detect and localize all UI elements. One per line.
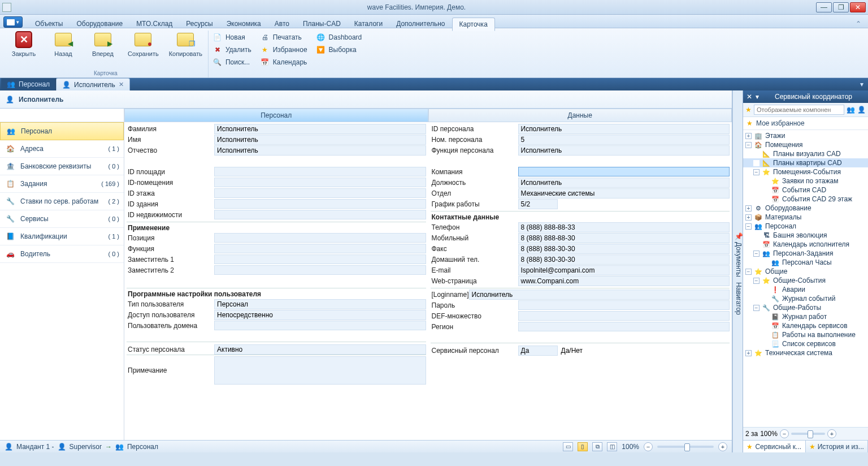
tree-node-2[interactable]: 📐Планы визуализ CAD xyxy=(743,149,868,158)
def-set-field[interactable] xyxy=(518,311,730,321)
menu-tab-6[interactable]: Планы-CAD xyxy=(296,18,348,30)
tree-node-0[interactable]: +🏢Этажи xyxy=(743,131,868,140)
zoom-slider[interactable] xyxy=(657,446,714,448)
zoom-out-button[interactable]: − xyxy=(644,442,653,451)
window-close-button[interactable]: ✕ xyxy=(850,2,866,12)
imya-field[interactable]: Исполнитель xyxy=(214,135,426,145)
nav-item-3[interactable]: 📋Задания( 169 ) xyxy=(0,175,124,193)
doc-tab-executor[interactable]: 👤Исполнитель✕ xyxy=(56,78,130,90)
user-type-field[interactable]: Персонал xyxy=(214,299,426,309)
tree-node-17[interactable]: ❗Аварии xyxy=(743,285,868,294)
personal-number-field[interactable]: 5 xyxy=(518,135,730,145)
tree-node-7[interactable]: 📅События CAD 29 этаж xyxy=(743,195,868,204)
minimize-button[interactable]: — xyxy=(816,2,832,12)
close-tab-icon[interactable]: ✕ xyxy=(119,81,124,88)
web-field[interactable]: www.Compani.com xyxy=(518,276,730,286)
favorite-button[interactable]: ★Избранное xyxy=(261,44,307,55)
password-field[interactable] xyxy=(518,300,730,310)
tree-node-15[interactable]: −⭐Общие xyxy=(743,267,868,276)
selection-button[interactable]: 🔽Выборка xyxy=(316,44,362,55)
right-strip[interactable]: 📌 Документы Навигатор xyxy=(732,90,743,452)
view-mode-1-button[interactable]: ▭ xyxy=(563,442,573,451)
tree-node-13[interactable]: −👥Персонал-Задания xyxy=(743,249,868,258)
save-button[interactable]: Сохранить xyxy=(128,31,159,57)
tree-node-21[interactable]: 📅Календарь сервисов xyxy=(743,321,868,330)
menu-tab-2[interactable]: МТО.Склад xyxy=(129,18,179,30)
pin-icon[interactable]: 📌 xyxy=(735,232,743,240)
nav-item-7[interactable]: 🚗Водитель( 0 ) xyxy=(0,245,124,263)
panel-tab-history[interactable]: ★История и из... xyxy=(806,441,869,452)
tree-node-12[interactable]: 📅Календарь исполнителя xyxy=(743,240,868,249)
id-room-field[interactable] xyxy=(214,178,426,187)
position-field[interactable] xyxy=(214,233,426,243)
job-title-field[interactable]: Исполнитель xyxy=(518,178,730,188)
users-icon[interactable]: 👥 xyxy=(847,106,855,114)
id-floor-field[interactable] xyxy=(214,188,426,198)
dashboard-button[interactable]: 🌐Dashboard xyxy=(316,32,362,43)
otchestvo-field[interactable]: Исполнитель xyxy=(214,145,426,156)
nav-item-1[interactable]: 🏠Адреса( 1 ) xyxy=(0,140,124,158)
domain-user-field[interactable] xyxy=(214,321,426,330)
tree-node-1[interactable]: −🏠Помещения xyxy=(743,140,868,149)
nav-item-5[interactable]: 🔧Сервисы( 0 ) xyxy=(0,210,124,228)
col-header-data[interactable]: Данные xyxy=(428,109,732,122)
login-field[interactable]: Исполнитель xyxy=(469,290,730,300)
nav-item-2[interactable]: 🏦Банковские реквизиты( 0 ) xyxy=(0,158,124,175)
email-field[interactable]: Ispolnitel@compani.com xyxy=(518,265,730,275)
back-button[interactable]: Назад xyxy=(49,31,78,57)
phone-field[interactable]: 8 (888) 888-88-33 xyxy=(518,222,730,232)
tree-node-4[interactable]: −⭐Помещения-События xyxy=(743,167,868,176)
mobile-field[interactable]: 8 (888) 888-88-30 xyxy=(518,233,730,243)
view-mode-4-button[interactable]: ◫ xyxy=(607,442,617,451)
menu-tab-5[interactable]: Авто xyxy=(268,18,296,30)
ribbon-collapse-icon[interactable]: ⌃ xyxy=(852,20,865,28)
tree-node-14[interactable]: 👥Персонал Часы xyxy=(743,258,868,267)
tree-node-10[interactable]: −👥Персонал xyxy=(743,222,868,231)
function-field[interactable] xyxy=(214,244,426,253)
fax-field[interactable]: 8 (888) 888-30-30 xyxy=(518,244,730,254)
panel-dropdown-icon[interactable]: ▾ xyxy=(756,93,759,101)
id-building-field[interactable] xyxy=(214,199,426,209)
tree-node-18[interactable]: 🔧Журнал событий xyxy=(743,294,868,303)
region-field[interactable] xyxy=(518,322,730,331)
tree-node-19[interactable]: −🔧Общие-Работы xyxy=(743,303,868,312)
star-icon[interactable]: ★ xyxy=(745,106,752,114)
tree-node-23[interactable]: 📃Список сервисов xyxy=(743,339,868,348)
id-property-field[interactable] xyxy=(214,210,426,219)
id-area-field[interactable] xyxy=(214,167,426,176)
view-mode-2-button[interactable]: ▯ xyxy=(578,442,588,451)
search-button[interactable]: 🔍Поиск... xyxy=(213,57,251,68)
tree-node-24[interactable]: +⭐Техническая система xyxy=(743,348,868,357)
doc-tab-personal[interactable]: 👥Персонал xyxy=(1,78,56,90)
menu-tab-8[interactable]: Дополнительно xyxy=(389,18,452,30)
panel-close-icon[interactable]: ✕ xyxy=(747,93,752,101)
tree-node-9[interactable]: +📦Материалы xyxy=(743,213,868,222)
my-favorites[interactable]: ★Мое избранное xyxy=(743,117,868,130)
status-field[interactable]: Активно xyxy=(214,344,426,355)
menu-tab-9[interactable]: Карточка xyxy=(452,18,495,31)
user-access-field[interactable]: Непосредственно xyxy=(214,310,426,320)
panel-zoom-out-button[interactable]: − xyxy=(780,429,789,438)
personal-id-field[interactable]: Исполнитель xyxy=(518,124,730,134)
tree-node-3[interactable]: 📐Планы квартиры CAD xyxy=(743,158,868,167)
forward-button[interactable]: Вперед xyxy=(88,31,118,57)
menu-tab-3[interactable]: Ресурсы xyxy=(179,18,219,30)
nav-item-4[interactable]: 🔧Ставки по серв. работам( 2 ) xyxy=(0,193,124,210)
note-field[interactable] xyxy=(214,356,426,385)
service-personnel-field[interactable]: Да xyxy=(518,346,558,356)
copy-button[interactable]: Копировать xyxy=(169,31,202,57)
zoom-in-button[interactable]: + xyxy=(718,442,727,451)
maximize-button[interactable]: ❐ xyxy=(833,2,849,12)
user-icon[interactable]: 👤 xyxy=(857,106,866,114)
view-mode-3-button[interactable]: ⧉ xyxy=(592,442,602,451)
menu-tab-4[interactable]: Экономика xyxy=(220,18,268,30)
tree-node-5[interactable]: ⭐Заявки по этажам xyxy=(743,176,868,185)
department-field[interactable]: Механические системы xyxy=(518,188,730,199)
print-button[interactable]: 🖨Печатать xyxy=(261,32,307,43)
tree-node-22[interactable]: 📋Работы на выполнение xyxy=(743,330,868,339)
tree-node-6[interactable]: 📅События CAD xyxy=(743,185,868,195)
nav-item-6[interactable]: 📘Квалификации( 1 ) xyxy=(0,228,124,245)
company-field[interactable] xyxy=(518,167,730,176)
familiya-field[interactable]: Исполнитель xyxy=(214,124,426,134)
panel-tab-coordinator[interactable]: ★Сервисный к... xyxy=(743,441,806,452)
